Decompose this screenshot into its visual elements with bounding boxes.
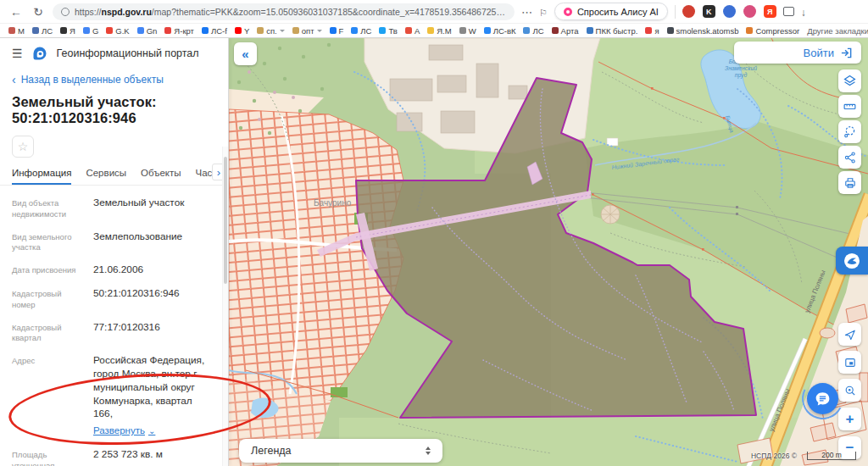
field-row: Кадастровый квартал77:17:0120316 — [12, 321, 209, 345]
field-row: АдресРоссийская Федерация, город Москва,… — [12, 354, 209, 438]
attributes-list: Вид объекта недвижимостиЗемельный участо… — [0, 186, 228, 466]
bookmark-favicon — [164, 27, 171, 34]
pond-label-3: пруд — [735, 72, 748, 79]
print-icon — [843, 176, 857, 190]
field-row: Вид объекта недвижимостиЗемельный участо… — [12, 197, 209, 220]
more-actions-icon[interactable] — [521, 4, 532, 19]
chevron-icon: ⌄ — [148, 426, 155, 435]
bookmark-item[interactable]: M — [8, 26, 25, 36]
back-icon[interactable]: ← — [8, 6, 24, 18]
zoom-in-button[interactable] — [838, 408, 861, 430]
pelican-icon — [843, 252, 861, 270]
downloads-icon[interactable] — [801, 4, 806, 19]
bookmark-item[interactable]: опт — [292, 26, 322, 36]
address-bar[interactable]: https://nspd.gov.ru/map?thematic=PKK&zoo… — [53, 3, 515, 20]
bookmark-favicon — [379, 27, 386, 34]
bookmark-favicon — [351, 27, 358, 34]
screenshot-button[interactable] — [838, 351, 861, 374]
back-to-selected-link[interactable]: ‹ Назад в выделенные объекты — [12, 74, 216, 86]
bookmark-item[interactable]: Тв — [379, 26, 397, 36]
field-value: 77:17:0120316 — [93, 321, 209, 345]
chat-button[interactable] — [807, 383, 838, 414]
bookmark-item[interactable]: ЛС-вК — [484, 26, 516, 36]
other-bookmarks-button[interactable]: Другие закладки — [807, 26, 868, 36]
locate-me-button[interactable] — [838, 323, 861, 346]
bookmark-item[interactable]: я — [645, 26, 659, 36]
layers-button[interactable] — [838, 69, 861, 92]
field-value: Землепользование — [93, 230, 209, 254]
star-icon — [18, 141, 29, 153]
bookmark-item[interactable]: G — [83, 26, 98, 36]
measure-button[interactable] — [838, 95, 861, 118]
favorite-button[interactable] — [12, 136, 34, 158]
browser-chrome: ← ↻ https://nspd.gov.ru/map?thematic=PKK… — [0, 0, 868, 38]
field-value: Земельный участок — [93, 197, 209, 220]
field-toggle-link[interactable]: Развернуть⌄ — [93, 424, 155, 437]
tab-Сервисы[interactable]: Сервисы — [86, 168, 126, 185]
scale-bar: 200 m — [807, 452, 856, 460]
legend-bar[interactable]: Легенда — [239, 439, 442, 463]
bookmark-item[interactable]: ПКК быстр. — [587, 26, 638, 36]
ext-red-shield-icon[interactable] — [682, 5, 695, 18]
divider — [675, 5, 676, 19]
bookmark-item[interactable]: Я-крт — [164, 26, 194, 36]
bookmark-favicon — [405, 27, 412, 34]
site-info-icon[interactable] — [61, 8, 70, 16]
legend-label: Легенда — [251, 445, 292, 457]
field-value: 2 253 723 кв. м — [93, 448, 209, 466]
search-on-map-button[interactable] — [838, 379, 861, 402]
chevron-left-icon: ‹ — [12, 74, 16, 86]
bookmark-favicon — [587, 27, 593, 34]
print-button[interactable] — [838, 171, 861, 194]
bookmark-item[interactable]: Я.М — [427, 26, 451, 36]
bookmark-item[interactable]: smolensk.atomsb — [667, 26, 739, 36]
alice-icon — [564, 8, 572, 16]
reload-icon[interactable]: ↻ — [31, 6, 46, 18]
field-value: 50:21:0120316:946 — [93, 287, 209, 311]
scrollbar-thumb[interactable] — [224, 157, 227, 284]
bookmark-item[interactable]: Compressor — [746, 26, 799, 36]
settlement-label: Бачурино — [314, 198, 352, 208]
pelican-widget-button[interactable] — [836, 247, 868, 275]
bookmark-item[interactable]: W — [459, 26, 476, 36]
map-area[interactable]: Бачурино Большой Знаменский пруд Битца Н… — [229, 38, 868, 466]
bookmark-item[interactable]: G.K — [106, 26, 129, 36]
panel-scrollbar[interactable] — [222, 147, 228, 466]
ext-yandex-icon[interactable]: Я — [764, 5, 776, 18]
tab-Объекты[interactable]: Объекты — [141, 168, 181, 185]
field-label: Дата присвоения — [12, 264, 83, 277]
bookmark-icon[interactable] — [539, 4, 548, 19]
bookmark-item[interactable]: ЛС — [32, 26, 53, 36]
bookmark-item[interactable]: Gn — [137, 26, 158, 36]
field-value: Российская Федерация, город Москва, вн.т… — [93, 354, 209, 438]
bookmark-favicon — [746, 27, 753, 34]
bookmark-item[interactable]: A — [405, 26, 420, 36]
alice-ai-button[interactable]: Спросить Алису AI — [554, 3, 668, 20]
ext-person-icon[interactable] — [743, 5, 756, 18]
legend-expand-icon — [426, 444, 431, 458]
bookmark-favicon — [106, 27, 113, 34]
extension-icons: KЯ — [682, 5, 776, 18]
map-canvas[interactable]: Бачурино Большой Знаменский пруд Битца Н… — [229, 38, 868, 466]
pond-label-2: Знаменский — [725, 65, 757, 71]
parcel-title: Земельный участок: 50:21:0120316:946 — [12, 94, 216, 126]
ext-circle-icon[interactable] — [723, 5, 736, 18]
bookmark-item[interactable]: ЛС-f — [202, 26, 227, 36]
share-button[interactable] — [838, 146, 861, 169]
collapse-panel-button[interactable] — [234, 42, 257, 65]
login-button[interactable]: Войти — [734, 42, 861, 64]
tab-groups-icon[interactable] — [783, 7, 794, 16]
bookmark-item[interactable]: Арта — [552, 26, 579, 36]
bookmark-item[interactable]: Я — [60, 26, 75, 36]
ext-dark-icon[interactable]: K — [703, 5, 715, 18]
chevron-right-icon — [217, 166, 220, 179]
menu-icon[interactable] — [12, 46, 23, 61]
tab-Информация[interactable]: Информация — [12, 168, 71, 185]
bookmark-favicon — [523, 27, 530, 34]
bookmark-item[interactable]: сп. — [257, 26, 285, 36]
bookmark-item[interactable]: F — [330, 26, 344, 36]
bookmark-item[interactable]: ЛС — [523, 26, 543, 36]
select-area-button[interactable] — [838, 120, 861, 143]
bookmark-item[interactable]: Y — [235, 26, 249, 36]
bookmark-item[interactable]: ЛС — [351, 26, 371, 36]
